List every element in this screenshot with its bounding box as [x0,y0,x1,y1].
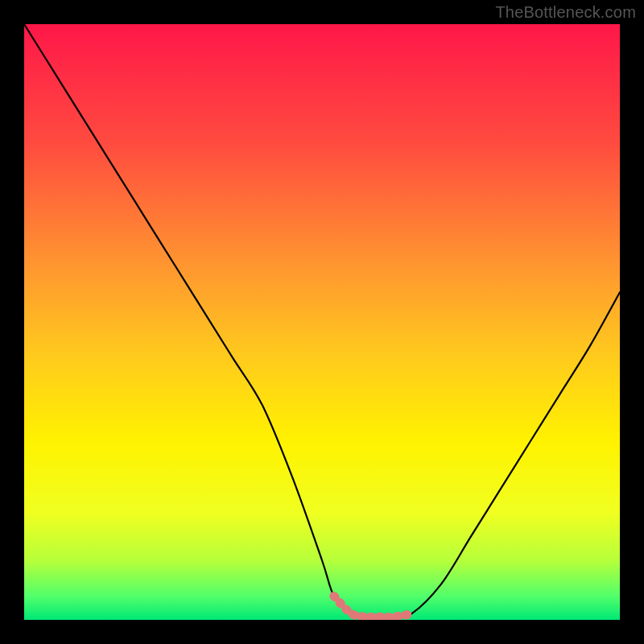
chart-frame [24,24,620,620]
curve-line [24,24,620,617]
optimal-region-highlight [334,596,411,617]
plot-area [24,24,620,620]
watermark-text: TheBottleneck.com [495,3,636,22]
bottleneck-curve [24,24,620,620]
